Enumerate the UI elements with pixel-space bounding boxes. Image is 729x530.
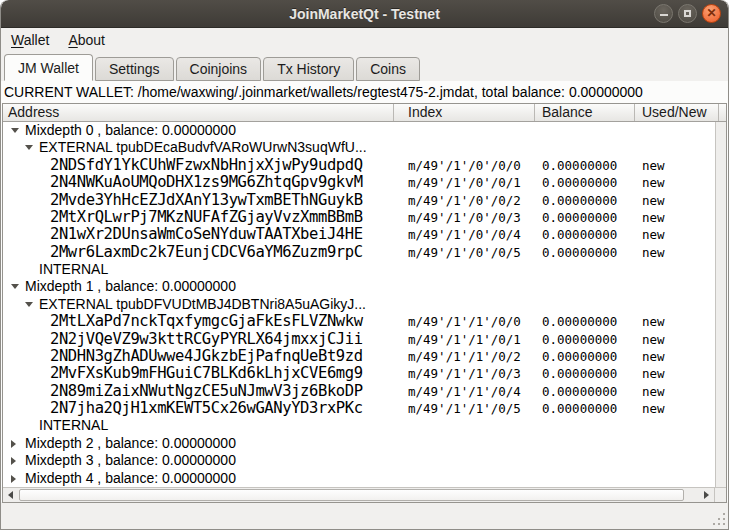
header-balance[interactable]: Balance: [535, 104, 635, 121]
tree-row[interactable]: 2N2jVQeVZ9w3kttRCGyPYRLX64jmxxjCJiim/49'…: [3, 331, 715, 348]
close-icon: ✕: [706, 7, 716, 19]
menu-item-wallet[interactable]: Wallet: [11, 32, 49, 48]
status-cell: new: [642, 365, 665, 383]
index-cell: m/49'/1'/0'/0/5: [408, 244, 521, 262]
current-wallet-label: CURRENT WALLET: /home/waxwing/.joinmarke…: [1, 81, 728, 103]
tree-row[interactable]: 2N89miZaixNWutNgzCE5uNJmwV3jz6BkoDPm/49'…: [3, 383, 715, 400]
status-cell: new: [642, 383, 665, 401]
menu-bar: WalletAbout: [1, 28, 728, 52]
minimize-button[interactable]: [654, 4, 673, 23]
tree-row[interactable]: 2NDSfdY1YkCUhWFzwxNbHnjxXjwPy9udpdQm/49'…: [3, 157, 715, 174]
index-cell: m/49'/1'/0'/0/3: [408, 209, 521, 227]
title-bar[interactable]: JoinMarketQt - Testnet ✕: [1, 0, 728, 28]
resize-grip-icon[interactable]: [723, 523, 725, 525]
address-cell: 2N89miZaixNWutNgzCE5uNJmwV3jz6BkoDP: [50, 383, 363, 400]
status-cell: new: [642, 348, 665, 366]
header-used-new[interactable]: Used/New: [635, 104, 719, 121]
tab-coinjoins[interactable]: Coinjoins: [176, 57, 262, 81]
tree-row[interactable]: Mixdepth 0 , balance: 0.00000000: [3, 122, 715, 139]
expand-arrow-icon[interactable]: [11, 457, 16, 465]
wallet-tab-pane: CURRENT WALLET: /home/waxwing/.joinmarke…: [1, 80, 728, 502]
address-cell: 2Mwr6LaxmDc2k7EunjCDCV6aYM6Zuzm9rpC: [50, 244, 363, 261]
scroll-left-button[interactable]: [3, 488, 18, 502]
tree-row[interactable]: EXTERNAL tpubDFVUDtMBJ4DBTNri8A5uAGikyJ.…: [3, 296, 715, 313]
tree-item-label: INTERNAL: [39, 417, 108, 434]
balance-cell: 0.00000000: [542, 209, 617, 227]
tree-row[interactable]: 2NDHN3gZhADUwwe4JGkzbEjPafnqUeBt9zdm/49'…: [3, 348, 715, 365]
address-cell: 2N4NWKuAoUMQoDHX1zs9MG6ZhtqGpv9gkvM: [50, 174, 363, 191]
tree-item-label: INTERNAL: [39, 261, 108, 278]
tree-row[interactable]: INTERNAL: [3, 417, 715, 434]
tree-item-label: EXTERNAL tpubDEcaBudvfVARoWUrwN3suqWfU..…: [39, 139, 367, 156]
index-cell: m/49'/1'/1'/0/1: [408, 331, 521, 349]
address-cell: 2N7jha2QjH1xmKEWT5Cx26wGANyYD3rxPKc: [50, 400, 363, 417]
status-cell: new: [642, 157, 665, 175]
balance-cell: 0.00000000: [542, 331, 617, 349]
balance-cell: 0.00000000: [542, 174, 617, 192]
tree-row[interactable]: Mixdepth 3 , balance: 0.00000000: [3, 452, 715, 469]
header-address[interactable]: Address: [3, 104, 394, 121]
tree-row[interactable]: 2N7jha2QjH1xmKEWT5Cx26wGANyYD3rxPKcm/49'…: [3, 400, 715, 417]
balance-cell: 0.00000000: [542, 226, 617, 244]
header-index[interactable]: Index: [394, 104, 535, 121]
tree-row[interactable]: INTERNAL: [3, 261, 715, 278]
collapse-arrow-icon[interactable]: [11, 284, 19, 289]
app-window: JoinMarketQt - Testnet ✕ WalletAbout JM …: [0, 0, 729, 530]
menu-item-about[interactable]: About: [68, 32, 105, 48]
maximize-button[interactable]: [678, 4, 697, 23]
expand-arrow-icon[interactable]: [11, 475, 16, 483]
tree-row[interactable]: Mixdepth 2 , balance: 0.00000000: [3, 435, 715, 452]
menu-accel: A: [68, 32, 77, 48]
menu-label: bout: [78, 32, 105, 48]
tab-jm-wallet[interactable]: JM Wallet: [4, 54, 93, 81]
tree-row[interactable]: 2N1wXr2DUnsaWmCoSeNYduwTAATXbeiJ4HEm/49'…: [3, 226, 715, 243]
index-cell: m/49'/1'/0'/0/1: [408, 174, 521, 192]
status-bar: [1, 502, 728, 529]
tree-row[interactable]: 2MtXrQLwrPj7MKzNUFAfZGjayVvzXmmBBmBm/49'…: [3, 209, 715, 226]
tree-item-label: Mixdepth 3 , balance: 0.00000000: [25, 452, 236, 469]
tree-item-label: Mixdepth 1 , balance: 0.00000000: [25, 278, 236, 295]
expand-arrow-icon[interactable]: [11, 440, 16, 448]
tab-settings[interactable]: Settings: [95, 57, 174, 81]
scrollbar-corner: [714, 488, 726, 502]
wallet-tree[interactable]: Address Index Balance Used/New Mixdepth …: [2, 103, 727, 503]
horizontal-scrollbar[interactable]: [3, 487, 726, 502]
close-button[interactable]: ✕: [702, 4, 721, 23]
index-cell: m/49'/1'/1'/0/5: [408, 400, 521, 418]
scrollbar-handle[interactable]: [19, 489, 684, 501]
index-cell: m/49'/1'/1'/0/4: [408, 383, 521, 401]
tree-row[interactable]: 2Mvde3YhHcEZJdXAnY13ywTxmBEThNGuykBm/49'…: [3, 192, 715, 209]
status-cell: new: [642, 226, 665, 244]
collapse-arrow-icon[interactable]: [25, 302, 33, 307]
tab-tx-history[interactable]: Tx History: [263, 57, 354, 81]
balance-cell: 0.00000000: [542, 192, 617, 210]
index-cell: m/49'/1'/1'/0/3: [408, 365, 521, 383]
balance-cell: 0.00000000: [542, 244, 617, 262]
collapse-arrow-icon[interactable]: [11, 128, 19, 133]
collapse-arrow-icon[interactable]: [25, 145, 33, 150]
status-cell: new: [642, 313, 665, 331]
tree-item-label: EXTERNAL tpubDFVUDtMBJ4DBTNri8A5uAGikyJ.…: [39, 296, 366, 313]
tree-row[interactable]: 2N4NWKuAoUMQoDHX1zs9MG6ZhtqGpv9gkvMm/49'…: [3, 174, 715, 191]
address-cell: 2N2jVQeVZ9w3kttRCGyPYRLX64jmxxjCJii: [50, 331, 363, 348]
tree-row[interactable]: 2MvFXsKub9mFHGuiC7BLKd6kLhjxCVE6mg9m/49'…: [3, 365, 715, 382]
menu-label: allet: [24, 32, 50, 48]
index-cell: m/49'/1'/0'/0/0: [408, 157, 521, 175]
address-cell: 2MtLXaPd7nckTqxfymgcGjaFkEsFLVZNwkw: [50, 313, 363, 330]
tree-row[interactable]: 2MtLXaPd7nckTqxfymgcGjaFkEsFLVZNwkwm/49'…: [3, 313, 715, 330]
tree-row[interactable]: Mixdepth 4 , balance: 0.00000000: [3, 470, 715, 487]
tree-rows: Mixdepth 0 , balance: 0.00000000EXTERNAL…: [3, 122, 715, 487]
tree-row[interactable]: 2Mwr6LaxmDc2k7EunjCDCV6aYM6Zuzm9rpCm/49'…: [3, 244, 715, 261]
tab-coins[interactable]: Coins: [356, 57, 420, 81]
index-cell: m/49'/1'/1'/0/2: [408, 348, 521, 366]
tree-row[interactable]: EXTERNAL tpubDEcaBudvfVARoWUrwN3suqWfU..…: [3, 139, 715, 156]
address-cell: 2NDHN3gZhADUwwe4JGkzbEjPafnqUeBt9zd: [50, 348, 363, 365]
balance-cell: 0.00000000: [542, 157, 617, 175]
scroll-right-button[interactable]: [699, 488, 714, 502]
balance-cell: 0.00000000: [542, 383, 617, 401]
vertical-scrollbar-track[interactable]: [715, 122, 726, 487]
window-controls: ✕: [654, 4, 721, 23]
tree-item-label: Mixdepth 0 , balance: 0.00000000: [25, 122, 236, 139]
tree-row[interactable]: Mixdepth 1 , balance: 0.00000000: [3, 278, 715, 295]
header-filler: [719, 104, 726, 121]
